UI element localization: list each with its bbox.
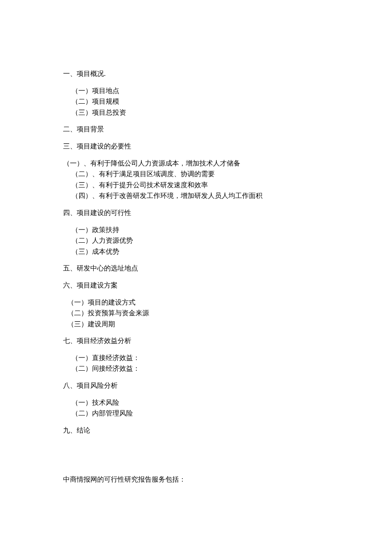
section-3-items: （一）、有利于降低公司人力资源成本，增加技术人才储备 （二）、有利于满足项目区域… xyxy=(63,158,392,201)
section-7-heading: 七、项目经济效益分析 xyxy=(63,335,392,346)
outline-item: （三）项目总投资 xyxy=(63,107,392,118)
section-3-heading: 三、项目建设的必要性 xyxy=(63,141,392,152)
outline-item: （一）项目的建设方式 xyxy=(63,297,392,308)
outline-item: （二）投资预算与资金来源 xyxy=(63,308,392,319)
outline-item: （四）、有利于改善研发工作环境，增加研发人员人均工作面积 xyxy=(63,190,392,201)
outline-item: （二）项目规模 xyxy=(63,96,392,107)
section-5-heading: 五、研发中心的选址地点 xyxy=(63,263,392,274)
section-1-items: （一）项目地点 （二）项目规模 （三）项目总投资 xyxy=(63,85,392,118)
section-9-heading: 九、结论 xyxy=(63,425,392,436)
section-4-items: （一）政策扶持 （二）人力资源优势 （三）成本优势 xyxy=(63,224,392,257)
outline-item: （三）建设周期 xyxy=(63,319,392,330)
outline-item: （一）、有利于降低公司人力资源成本，增加技术人才储备 xyxy=(63,158,392,169)
section-8-heading: 八、项目风险分析 xyxy=(63,380,392,391)
section-4-heading: 四、项目建设的可行性 xyxy=(63,207,392,218)
outline-item: （二）、有利于满足项目区域调度、协调的需要 xyxy=(63,169,392,180)
outline-item: （二）人力资源优势 xyxy=(63,235,392,246)
outline-item: （一）项目地点 xyxy=(63,85,392,96)
section-1-heading: 一、项目概况. xyxy=(63,68,392,79)
outline-item: （三）、有利于提升公司技术研发速度和效率 xyxy=(63,180,392,191)
outline-item: （三）成本优势 xyxy=(63,246,392,257)
outline-item: （一）技术风险 xyxy=(63,397,392,408)
section-7-items: （一）直接经济效益： （二）间接经济效益： xyxy=(63,352,392,374)
footer-note: 中商情报网的可行性研究报告服务包括： xyxy=(63,474,392,485)
section-6-items: （一）项目的建设方式 （二）投资预算与资金来源 （三）建设周期 xyxy=(63,297,392,330)
section-8-items: （一）技术风险 （二）内部管理风险 xyxy=(63,397,392,419)
section-6-heading: 六、项目建设方案 xyxy=(63,280,392,291)
outline-item: （二）内部管理风险 xyxy=(63,408,392,419)
section-2-heading: 二、项目背景 xyxy=(63,124,392,135)
outline-item: （二）间接经济效益： xyxy=(63,363,392,374)
outline-item: （一）政策扶持 xyxy=(63,224,392,235)
outline-item: （一）直接经济效益： xyxy=(63,352,392,363)
